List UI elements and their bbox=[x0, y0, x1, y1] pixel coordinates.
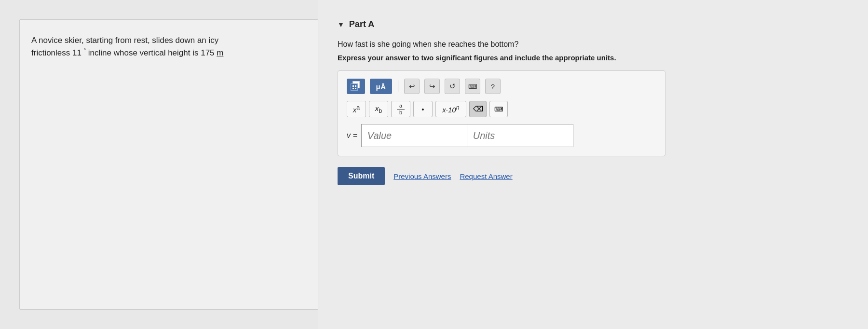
subscript-b: b bbox=[379, 108, 382, 114]
instruction-text: Express your answer to two significant f… bbox=[338, 54, 849, 62]
problem-panel: A novice skier, starting from rest, slid… bbox=[19, 19, 318, 310]
request-answer-link[interactable]: Request Answer bbox=[460, 172, 512, 180]
math-row: xa xb a b • x·10n bbox=[347, 101, 656, 117]
undo-icon: ↩ bbox=[409, 82, 415, 91]
input-row: v = bbox=[347, 124, 656, 147]
question-text: How fast is she going when she reaches t… bbox=[338, 40, 849, 49]
dot-icon: • bbox=[421, 105, 424, 113]
value-input[interactable] bbox=[361, 124, 467, 147]
superscript-a: a bbox=[356, 104, 360, 111]
scientific-notation-button[interactable]: x·10n bbox=[435, 101, 466, 117]
problem-text-line2: frictionless 11 ° incline whose vertical… bbox=[31, 48, 223, 57]
backspace-icon: ⌫ bbox=[473, 105, 483, 113]
answer-box: μÅ ↩ ↪ ↺ ⌨ ? bbox=[338, 70, 665, 156]
toolbar-separator bbox=[398, 81, 398, 92]
redo-icon: ↪ bbox=[429, 82, 435, 91]
dot-button[interactable]: • bbox=[413, 101, 433, 117]
submit-button[interactable]: Submit bbox=[338, 167, 385, 185]
reset-icon: ↺ bbox=[449, 82, 456, 91]
template-button[interactable] bbox=[347, 79, 365, 94]
superscript-button[interactable]: xa bbox=[347, 101, 366, 117]
subscript-button[interactable]: xb bbox=[369, 101, 388, 117]
keyboard-icon: ⌨ bbox=[468, 83, 477, 90]
backspace-button[interactable]: ⌫ bbox=[469, 101, 487, 117]
part-header: ▼ Part A bbox=[338, 19, 849, 29]
undo-button[interactable]: ↩ bbox=[404, 79, 420, 94]
fraction-button[interactable]: a b bbox=[391, 101, 410, 117]
previous-answers-link[interactable]: Previous Answers bbox=[393, 172, 451, 180]
reset-button[interactable]: ↺ bbox=[445, 79, 460, 94]
redo-button[interactable]: ↪ bbox=[424, 79, 440, 94]
part-title: Part A bbox=[349, 19, 374, 29]
keyboard2-button[interactable]: ⌨ bbox=[489, 101, 508, 117]
mu-angstrom-button[interactable]: μÅ bbox=[370, 79, 392, 94]
toolbar-row: μÅ ↩ ↪ ↺ ⌨ ? bbox=[347, 79, 656, 94]
bottom-row: Submit Previous Answers Request Answer bbox=[338, 167, 849, 185]
keyboard-button[interactable]: ⌨ bbox=[465, 79, 480, 94]
variable-label: v = bbox=[347, 131, 357, 140]
collapse-arrow-icon[interactable]: ▼ bbox=[338, 21, 344, 28]
right-panel: ▼ Part A How fast is she going when she … bbox=[318, 0, 868, 329]
keyboard2-icon: ⌨ bbox=[494, 106, 503, 113]
help-button[interactable]: ? bbox=[485, 79, 501, 94]
units-input[interactable] bbox=[467, 124, 573, 147]
problem-text: A novice skier, starting from rest, slid… bbox=[31, 34, 306, 59]
help-icon: ? bbox=[491, 82, 495, 91]
